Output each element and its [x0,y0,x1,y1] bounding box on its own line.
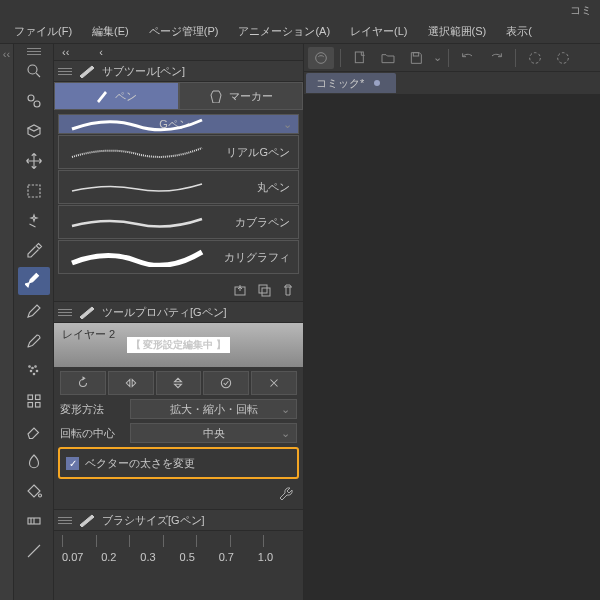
new-file-icon[interactable] [347,47,373,69]
svg-point-26 [530,52,541,63]
magnify-tool[interactable] [18,57,50,85]
tab-marker[interactable]: マーカー [179,82,304,110]
document-tabs: コミック* [304,72,600,94]
svg-point-2 [28,95,34,101]
tool-palette [14,44,54,600]
tab-pen[interactable]: ペン [54,82,179,110]
svg-point-23 [222,378,231,387]
svg-rect-22 [262,288,270,296]
method-label: 変形方法 [60,402,124,417]
toolbar-menu-icon[interactable] [27,48,41,55]
export-brush-icon[interactable] [231,281,249,299]
flip-v-button[interactable] [156,371,202,395]
svg-point-3 [34,101,40,107]
brushsize-panel-header[interactable]: ブラシサイズ[Gペン] [54,509,303,531]
svg-point-9 [36,370,38,372]
pen-tool[interactable] [18,267,50,295]
center-label: 回転の中心 [60,426,124,441]
eraser-tool[interactable] [18,417,50,445]
move-tool[interactable] [18,147,50,175]
blend-tool[interactable] [18,447,50,475]
svg-line-1 [36,73,40,77]
undo-icon[interactable] [455,47,481,69]
marquee-tool[interactable] [18,177,50,205]
airbrush-tool[interactable] [18,357,50,385]
menu-edit[interactable]: 編集(E) [82,20,139,43]
gradient-tool[interactable] [18,507,50,535]
toolprop-title: ツールプロパティ[Gペン] [102,305,227,320]
svg-point-8 [34,366,36,368]
new-canvas-icon[interactable] [308,47,334,69]
hamburger-icon[interactable] [58,517,72,524]
line-tool[interactable] [18,537,50,565]
brushsize-scale[interactable] [54,531,303,551]
cancel-button[interactable] [251,371,297,395]
method-select[interactable]: 拡大・縮小・回転 [130,399,297,419]
subtool-panel-header[interactable]: サブツール[ペン] [54,60,303,82]
transform-method-row: 変形方法 拡大・縮小・回転 [54,397,303,421]
menu-select[interactable]: 選択範囲(S) [418,20,497,43]
brush-gpen[interactable]: Gペン [58,114,299,134]
svg-point-7 [30,370,32,372]
checkbox-checked-icon[interactable]: ✓ [66,457,79,470]
svg-line-19 [28,545,40,557]
svg-point-6 [31,367,33,369]
pattern-tool[interactable] [18,387,50,415]
fill-tool[interactable] [18,477,50,505]
svg-rect-21 [259,285,267,293]
confirm-button[interactable] [203,371,249,395]
svg-rect-13 [28,403,33,408]
loading-icon [550,47,576,69]
canvas-area: ⌄ コミック* [304,44,600,600]
svg-point-10 [33,373,35,375]
flip-h-button[interactable] [108,371,154,395]
subtool-tabs: ペン マーカー [54,82,303,110]
menu-view[interactable]: 表示( [496,20,542,43]
pencil-tool[interactable] [18,297,50,325]
duplicate-brush-icon[interactable] [255,281,273,299]
menu-bar: ファイル(F) 編集(E) ページ管理(P) アニメーション(A) レイヤー(L… [0,20,600,44]
wand-tool[interactable] [18,207,50,235]
brush-calligraphy[interactable]: カリグラフィ [58,240,299,274]
vector-thickness-label: ベクターの太さを変更 [85,456,195,471]
brush-list: Gペン リアルGペン 丸ペン カブラペン カリグラフィ [54,110,303,279]
menu-page[interactable]: ページ管理(P) [139,20,229,43]
document-tab[interactable]: コミック* [306,73,396,93]
subtool-title: サブツール[ペン] [102,64,185,79]
transform-button-row [54,369,303,397]
vector-thickness-option[interactable]: ✓ ベクターの太さを変更 [58,447,299,479]
brush-actions [54,279,303,301]
svg-rect-25 [413,52,418,55]
dropdown-icon[interactable]: ⌄ [433,51,442,64]
brush-marupen[interactable]: 丸ペン [58,170,299,204]
redo-icon[interactable] [483,47,509,69]
collapse-bar-left[interactable]: ‹‹ [0,44,14,600]
menu-layer[interactable]: レイヤー(L) [340,20,417,43]
brush-icon [76,62,98,80]
svg-point-15 [38,494,41,497]
reset-button[interactable] [60,371,106,395]
wrench-icon[interactable] [277,483,295,501]
svg-rect-11 [28,395,33,400]
brush-icon [76,511,98,529]
subview-tool[interactable] [18,87,50,115]
open-folder-icon[interactable] [375,47,401,69]
menu-file[interactable]: ファイル(F) [4,20,82,43]
menu-anim[interactable]: アニメーション(A) [228,20,340,43]
center-select[interactable]: 中央 [130,423,297,443]
toolprop-panel-header[interactable]: ツールプロパティ[Gペン] [54,301,303,323]
hamburger-icon[interactable] [58,68,72,75]
brush-tool[interactable] [18,327,50,355]
object-tool[interactable] [18,117,50,145]
canvas-toolbar: ⌄ [304,44,600,72]
brush-kabura[interactable]: カブラペン [58,205,299,239]
brush-realgpen[interactable]: リアルGペン [58,135,299,169]
brushsize-title: ブラシサイズ[Gペン] [102,513,205,528]
layer-name: レイヤー 2 [62,327,115,342]
eyedropper-tool[interactable] [18,237,50,265]
panel-collapse-row[interactable]: ‹‹‹ [54,44,303,60]
delete-brush-icon[interactable] [279,281,297,299]
unsaved-dot-icon [374,80,380,86]
hamburger-icon[interactable] [58,309,72,316]
save-icon[interactable] [403,47,429,69]
